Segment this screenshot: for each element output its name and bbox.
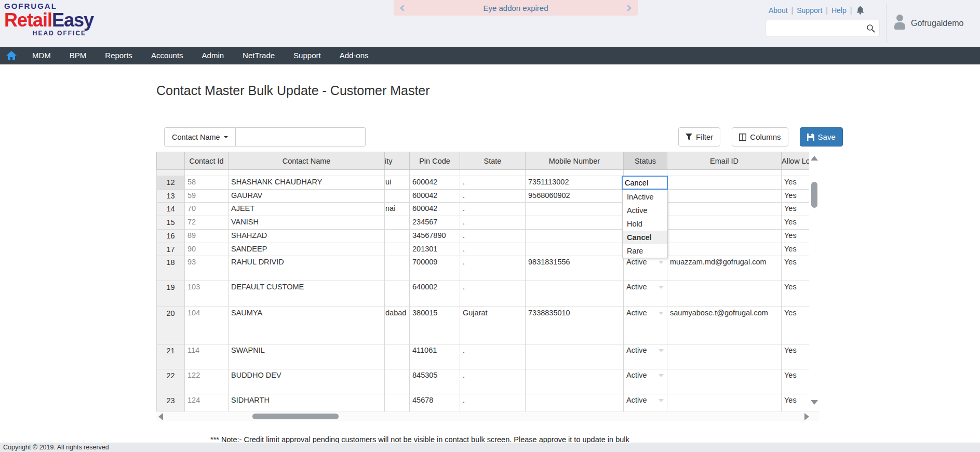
cell-contact-name[interactable]: AJEET [229, 203, 385, 216]
cell-city[interactable] [385, 190, 410, 203]
nav-item-addons[interactable]: Add-ons [330, 47, 378, 64]
status-dropdown-icon[interactable] [659, 261, 664, 264]
horizontal-scrollbar[interactable] [156, 411, 820, 421]
row-number[interactable]: 17 [157, 243, 185, 256]
cell-city[interactable]: nai [385, 203, 410, 216]
status-dropdown-icon[interactable] [659, 312, 664, 315]
cell-city[interactable] [385, 394, 410, 412]
cell-pin-code[interactable]: 700009 [410, 256, 460, 281]
cell-contact-id[interactable]: 103 [185, 281, 229, 307]
cell-city[interactable]: dabad [385, 307, 410, 344]
cell-allow[interactable]: Yes [782, 369, 810, 394]
cell-mobile-number[interactable] [526, 281, 624, 307]
cell-contact-name[interactable]: RAHUL DRIVID [229, 256, 385, 281]
cell-contact-id[interactable]: 58 [185, 176, 229, 190]
cell-state[interactable]: . [460, 176, 526, 190]
top-link-help[interactable]: Help [831, 6, 847, 15]
cell-contact-name[interactable]: BUDDHO DEV [229, 369, 385, 394]
cell-pin-code[interactable]: 411061 [410, 344, 460, 369]
column-header-contact-id[interactable]: Contact Id [185, 152, 229, 170]
cell-mobile-number[interactable] [526, 243, 624, 256]
row-number[interactable]: 15 [157, 216, 185, 230]
cell-email[interactable] [667, 230, 782, 243]
cell-contact-name[interactable]: GAURAV [229, 190, 385, 203]
row-number[interactable]: 14 [157, 203, 185, 216]
column-header-status[interactable]: Status [624, 152, 667, 170]
cell-state[interactable]: . [460, 190, 526, 203]
vertical-scrollbar[interactable] [809, 152, 820, 411]
cell-contact-id[interactable]: 70 [185, 203, 229, 216]
cell-allow[interactable]: Yes [782, 230, 810, 243]
search-input[interactable] [769, 20, 863, 36]
cell-status[interactable]: Active [624, 344, 667, 369]
columns-button[interactable]: Columns [732, 127, 788, 147]
scroll-up-icon[interactable] [811, 156, 818, 161]
cell-city[interactable] [385, 230, 410, 243]
cell-contact-name[interactable]: SHAHZAD [229, 230, 385, 243]
cell-contact-id[interactable]: 93 [185, 256, 229, 281]
cell-pin-code[interactable]: 201301 [410, 243, 460, 256]
cell-allow[interactable]: Yes [782, 243, 810, 256]
cell-mobile-number[interactable] [526, 369, 624, 394]
top-link-support[interactable]: Support [797, 6, 822, 15]
cell-status[interactable]: Active [624, 281, 667, 307]
cell-allow[interactable]: Yes [782, 176, 810, 190]
cell-mobile-number[interactable]: 7338835010 [526, 307, 624, 344]
cell-mobile-number[interactable]: 7351113002 [526, 176, 624, 190]
search-icon[interactable] [866, 24, 875, 33]
cell-pin-code[interactable]: 45678 [410, 394, 460, 412]
column-header-email-id[interactable]: Email ID [667, 152, 782, 170]
cell-allow[interactable]: Yes [782, 281, 810, 307]
cell-state[interactable]: Gujarat [460, 307, 526, 344]
cell-mobile-number[interactable] [526, 230, 624, 243]
cell-city[interactable] [385, 344, 410, 369]
nav-item-accounts[interactable]: Accounts [142, 47, 193, 64]
cell-state[interactable]: . [460, 394, 526, 412]
cell-contact-id[interactable]: 114 [185, 344, 229, 369]
cell-city[interactable] [385, 243, 410, 256]
cell-allow[interactable]: Yes [782, 216, 810, 230]
column-header-state[interactable]: State [460, 152, 526, 170]
row-number[interactable]: 13 [157, 190, 185, 203]
cell-state[interactable]: . [460, 256, 526, 281]
status-dropdown-icon[interactable] [659, 399, 664, 402]
cell-status[interactable]: Active [624, 307, 667, 344]
cell-state[interactable]: . [460, 369, 526, 394]
cell-allow[interactable]: Yes [782, 256, 810, 281]
status-option-hold[interactable]: Hold [623, 217, 667, 231]
cell-state[interactable]: . [460, 281, 526, 307]
cell-pin-code[interactable]: 845305 [410, 369, 460, 394]
column-header-pin-code[interactable]: Pin Code [410, 152, 460, 170]
nav-item-bpm[interactable]: BPM [60, 47, 96, 64]
cell-pin-code[interactable]: 34567890 [410, 230, 460, 243]
cell-mobile-number[interactable]: 9568060902 [526, 190, 624, 203]
cell-contact-name[interactable]: DEFAULT CUSTOME [229, 281, 385, 307]
scroll-down-icon[interactable] [811, 400, 818, 405]
status-option-inactive[interactable]: InActive [623, 190, 667, 204]
row-number[interactable]: 19 [157, 281, 185, 307]
cell-pin-code[interactable]: 234567 [410, 216, 460, 230]
cell-email[interactable]: muazzam.md@gofrugal.com [667, 256, 782, 281]
cell-pin-code[interactable]: 600042 [410, 190, 460, 203]
cell-email[interactable] [667, 243, 782, 256]
scroll-right-icon[interactable] [804, 413, 809, 420]
cell-mobile-number[interactable] [526, 216, 624, 230]
column-header-contact-name[interactable]: Contact Name [229, 152, 385, 170]
cell-contact-id[interactable]: 104 [185, 307, 229, 344]
nav-item-support[interactable]: Support [284, 47, 330, 64]
status-editor-input[interactable] [622, 176, 668, 190]
cell-city[interactable] [385, 256, 410, 281]
cell-city[interactable] [385, 216, 410, 230]
row-number[interactable]: 18 [157, 256, 185, 281]
filter-button[interactable]: Filter [678, 127, 720, 147]
cell-state[interactable]: . [460, 230, 526, 243]
cell-city[interactable]: ui [385, 176, 410, 190]
cell-state[interactable]: . [460, 216, 526, 230]
status-option-cancel[interactable]: Cancel [623, 231, 667, 244]
cell-allow[interactable]: Yes [782, 190, 810, 203]
user-menu[interactable]: Gofrugaldemo [894, 15, 963, 32]
cell-allow[interactable]: Yes [782, 394, 810, 412]
save-button[interactable]: Save [800, 127, 843, 147]
cell-contact-name[interactable]: VANISH [229, 216, 385, 230]
cell-mobile-number[interactable] [526, 394, 624, 412]
